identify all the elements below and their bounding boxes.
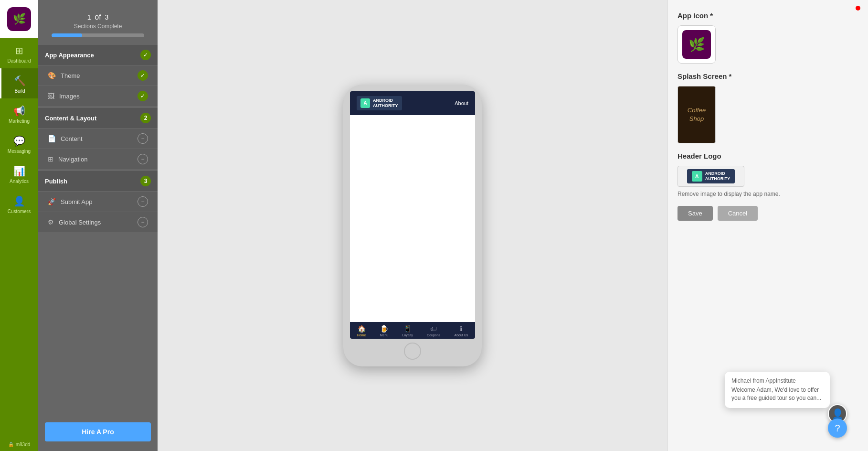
section-app-appearance[interactable]: App Appearance ✓ [38, 45, 158, 65]
images-check: ✓ [138, 91, 148, 101]
section-content-layout[interactable]: Content & Layout 2 [38, 108, 158, 128]
sidebar-item-messaging[interactable]: 💬 Messaging [0, 129, 38, 159]
phone-nav-coupons-icon: 🏷 [430, 325, 437, 333]
sub-item-content-left: 📄 Content [48, 135, 83, 142]
app-icon-box[interactable]: 🌿 [677, 25, 716, 64]
phone-nav-about-icon: ℹ [460, 325, 462, 333]
header-logo-text: ANDROIDAUTHORITY [705, 171, 730, 182]
chat-sender-name: Michael [731, 377, 751, 384]
phone-nav-loyalty-icon: 📱 [403, 325, 412, 333]
section-publish-title: Publish [45, 178, 67, 185]
step-total: 3 [105, 13, 108, 21]
phone-nav-coupons-label: Coupons [427, 333, 440, 337]
progress-bar-fill [52, 33, 82, 37]
sub-item-submit-app-left: 🚀 Submit App [48, 198, 93, 205]
lock-icon: 🔒 [8, 442, 14, 447]
sidebar-item-build[interactable]: 🔨 Build [0, 68, 38, 98]
sub-item-navigation-left: ⊞ Navigation [48, 155, 87, 163]
red-dot [856, 6, 860, 11]
sub-item-submit-app-label: Submit App [61, 198, 93, 205]
sidebar-item-analytics[interactable]: 📊 Analytics [0, 159, 38, 189]
sub-item-global-settings-left: ⚙ Global Settings [48, 218, 101, 226]
phone-screen: A ANDROIDAUTHORITY About 🏠 Home 🍺 Menu 📱 [350, 91, 475, 339]
phone-nav-loyalty: 📱 Loyalty [402, 325, 413, 337]
sidebar-label-customers: Customers [8, 209, 31, 214]
chat-sender-company: from AppInstitute [753, 377, 796, 384]
global-settings-icon: ⚙ [48, 218, 54, 226]
phone-nav: 🏠 Home 🍺 Menu 📱 Loyalty 🏷 Coupons ℹ [350, 322, 475, 339]
sub-item-global-settings[interactable]: ⚙ Global Settings − [38, 212, 158, 232]
step-of: of [95, 13, 101, 21]
sub-item-navigation[interactable]: ⊞ Navigation − [38, 149, 158, 169]
app-logo: 🌿 [0, 0, 38, 38]
navigation-circle: − [138, 154, 148, 164]
theme-check: ✓ [138, 70, 148, 81]
sidebar-label-analytics: Analytics [10, 179, 29, 184]
app-icon-label: App Icon * [677, 11, 858, 20]
splash-content: Coffee Shop [688, 106, 706, 123]
header-logo-label: Header Logo [677, 152, 858, 160]
sidebar-item-marketing[interactable]: 📢 Marketing [0, 98, 38, 129]
chat-sender: Michael from AppInstitute [731, 377, 823, 384]
phone-body [350, 115, 475, 322]
step-current: 1 [87, 13, 91, 21]
username: m83dd [16, 442, 31, 447]
phone-about: About [455, 100, 468, 106]
global-settings-circle: − [138, 217, 148, 227]
chat-bubble[interactable]: Michael from AppInstitute Welcome Adam, … [725, 372, 830, 408]
phone-nav-about: ℹ About Us [454, 325, 468, 337]
phone-nav-home-icon: 🏠 [358, 325, 366, 333]
header-logo-box[interactable]: A ANDROIDAUTHORITY [677, 166, 744, 187]
sub-item-content[interactable]: 📄 Content − [38, 128, 158, 149]
chat-message: Welcome Adam, We'd love to offer you a f… [731, 386, 823, 402]
section-app-appearance-check: ✓ [140, 50, 151, 60]
progress-bar-track [52, 33, 144, 37]
user-info: 🔒 m83dd [8, 438, 31, 451]
phone-nav-menu-label: Menu [380, 333, 389, 337]
images-icon: 🖼 [48, 92, 54, 100]
save-button[interactable]: Save [677, 206, 713, 221]
section-publish[interactable]: Publish 3 [38, 171, 158, 191]
splash-text-line1: Coffee [688, 106, 706, 115]
phone-home-button [404, 343, 421, 360]
phone-nav-coupons: 🏷 Coupons [427, 325, 440, 337]
app-logo-inner: 🌿 [7, 7, 31, 31]
hire-pro-button[interactable]: Hire A Pro [45, 422, 151, 441]
section-content-layout-title: Content & Layout [45, 115, 96, 122]
phone-header: A ANDROIDAUTHORITY About [350, 91, 475, 115]
sub-item-images-label: Images [59, 93, 80, 100]
build-header: 1 of 3 Sections Complete [38, 0, 158, 45]
app-icon-inner: 🌿 [682, 30, 711, 59]
dashboard-icon: ⊞ [15, 45, 23, 56]
sub-item-submit-app[interactable]: 🚀 Submit App − [38, 191, 158, 212]
section-app-appearance-title: App Appearance [45, 52, 94, 59]
sub-item-content-label: Content [61, 135, 83, 142]
sub-item-theme[interactable]: 🎨 Theme ✓ [38, 65, 158, 86]
sidebar-item-customers[interactable]: 👤 Customers [0, 189, 38, 219]
cancel-button[interactable]: Cancel [718, 206, 758, 221]
navigation-icon: ⊞ [48, 155, 53, 163]
phone-nav-loyalty-label: Loyalty [402, 333, 413, 337]
sub-item-theme-left: 🎨 Theme [48, 72, 80, 79]
nav-items: ⊞ Dashboard 🔨 Build 📢 Marketing 💬 Messag… [0, 38, 38, 438]
action-buttons: Save Cancel [677, 206, 858, 221]
sub-item-theme-label: Theme [61, 72, 80, 79]
content-icon: 📄 [48, 135, 56, 142]
phone-nav-home-label: Home [357, 333, 366, 337]
sub-item-global-settings-label: Global Settings [59, 219, 101, 226]
submit-app-circle: − [138, 196, 148, 207]
build-steps: 1 of 3 [45, 9, 151, 22]
sidebar-label-dashboard: Dashboard [8, 58, 31, 64]
sub-item-images-left: 🖼 Images [48, 92, 80, 100]
sub-item-images[interactable]: 🖼 Images ✓ [38, 86, 158, 106]
sidebar-item-dashboard[interactable]: ⊞ Dashboard [0, 38, 38, 68]
section-publish-badge: 3 [140, 176, 151, 186]
help-button[interactable]: ? [828, 419, 847, 438]
main-content: A ANDROIDAUTHORITY About 🏠 Home 🍺 Menu 📱 [158, 0, 667, 451]
phone-logo-text: ANDROIDAUTHORITY [373, 98, 398, 108]
submit-app-icon: 🚀 [48, 198, 56, 205]
sections-complete-label: Sections Complete [45, 23, 151, 30]
splash-screen-box[interactable]: Coffee Shop [677, 86, 716, 143]
phone-mockup: A ANDROIDAUTHORITY About 🏠 Home 🍺 Menu 📱 [343, 85, 482, 366]
splash-text-line2: Shop [688, 115, 706, 123]
